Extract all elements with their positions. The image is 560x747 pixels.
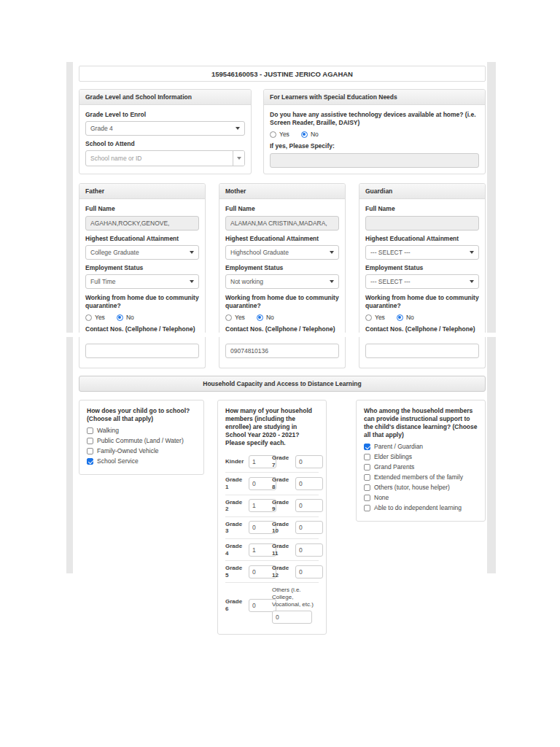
- support-option[interactable]: None: [364, 494, 478, 501]
- employment-select[interactable]: --- SELECT ---: [365, 274, 479, 289]
- grade-level-select[interactable]: Grade 4: [85, 121, 245, 136]
- transport-option-label: School Service: [97, 457, 139, 465]
- members-row: Kinder Grade 7: [225, 451, 319, 472]
- checkbox[interactable]: [87, 458, 93, 465]
- support-option[interactable]: Grand Parents: [364, 463, 478, 471]
- grade-label: Grade 3: [225, 521, 246, 535]
- wfh-no-radio[interactable]: [397, 314, 403, 321]
- assistive-yes-radio[interactable]: [270, 131, 276, 138]
- grade-level-value: Grade 4: [90, 125, 113, 132]
- others-label: Others (i.e. College, Vocational, etc.): [272, 587, 319, 608]
- parent-panel-bottom: [219, 337, 346, 368]
- chevron-down-icon: [470, 280, 474, 283]
- combobox-arrow[interactable]: [233, 151, 244, 166]
- checkbox[interactable]: [87, 427, 93, 434]
- checkbox[interactable]: [364, 505, 370, 511]
- grade-label: Grade 4: [225, 543, 246, 557]
- employment-value: --- SELECT ---: [370, 278, 411, 285]
- transport-option[interactable]: School Service: [87, 457, 196, 465]
- contact-label: Contact Nos. (Cellphone / Telephone): [85, 325, 199, 333]
- contact-input[interactable]: [225, 344, 339, 358]
- others-count-input[interactable]: [272, 611, 312, 624]
- grade-count-input[interactable]: [295, 477, 323, 490]
- grade-level-label: Grade Level to Enrol: [85, 111, 245, 118]
- employment-select[interactable]: Full Time: [85, 274, 199, 289]
- full-name-input[interactable]: [225, 216, 339, 231]
- parent-panels-row: Father Full Name Highest Educational Att…: [79, 183, 486, 333]
- education-select[interactable]: --- SELECT ---: [365, 245, 479, 260]
- full-name-label: Full Name: [85, 205, 199, 212]
- support-option-label: Others (tutor, house helper): [374, 484, 450, 491]
- members-row: Grade 4 Grade 11: [225, 538, 319, 560]
- support-option[interactable]: Extended members of the family: [364, 473, 478, 481]
- support-option[interactable]: Parent / Guardian: [364, 443, 478, 450]
- members-question: How many of your household members (incl…: [225, 407, 319, 447]
- transport-option-label: Family-Owned Vehicle: [97, 447, 159, 454]
- wfh-yes-radio[interactable]: [225, 314, 232, 321]
- household-section-header: Household Capacity and Access to Distanc…: [79, 376, 486, 392]
- checkbox[interactable]: [87, 448, 93, 454]
- support-option-label: Able to do independent learning: [374, 504, 462, 511]
- wfh-question: Working from home due to community quara…: [225, 294, 339, 310]
- wfh-no-radio[interactable]: [257, 314, 263, 321]
- transport-option[interactable]: Public Commute (Land / Water): [87, 437, 196, 444]
- chevron-down-icon: [330, 251, 334, 254]
- grade-count-input[interactable]: [295, 543, 323, 557]
- checkbox[interactable]: [364, 495, 370, 501]
- checkbox[interactable]: [364, 464, 370, 471]
- support-option[interactable]: Others (tutor, house helper): [364, 484, 478, 491]
- education-label: Highest Educational Attainment: [225, 235, 339, 242]
- checkbox[interactable]: [364, 474, 370, 481]
- parent-panel-title: Father: [79, 184, 205, 199]
- school-to-attend-label: School to Attend: [85, 140, 245, 147]
- grade-count-input[interactable]: [295, 455, 323, 468]
- members-row: Grade 1 Grade 8: [225, 472, 319, 494]
- grade-label: Grade 2: [225, 499, 246, 513]
- support-question: Who among the household members can prov…: [364, 407, 478, 439]
- employment-label: Employment Status: [225, 264, 339, 271]
- employment-select[interactable]: Not working: [225, 274, 339, 289]
- grade-count-input[interactable]: [295, 521, 323, 534]
- wfh-yes-radio[interactable]: [85, 314, 92, 321]
- learner-name-header: 159546160053 - JUSTINE JERICO AGAHAN: [79, 66, 486, 82]
- contact-input[interactable]: [85, 344, 199, 358]
- transport-options: Walking Public Commute (Land / Water) Fa…: [87, 427, 196, 465]
- wfh-yes-radio[interactable]: [365, 314, 372, 321]
- full-name-input[interactable]: [365, 216, 479, 231]
- wfh-yes-label: Yes: [235, 314, 245, 321]
- checkbox[interactable]: [364, 454, 370, 460]
- grade-count-input[interactable]: [295, 565, 323, 578]
- employment-value: Not working: [230, 278, 263, 285]
- contact-input[interactable]: [365, 344, 479, 358]
- transport-option[interactable]: Walking: [87, 427, 196, 434]
- checkbox[interactable]: [364, 444, 370, 450]
- grade-school-panel-title: Grade Level and School Information: [79, 90, 251, 105]
- members-row: Grade 3 Grade 10: [225, 516, 319, 538]
- education-select[interactable]: Highschool Graduate: [225, 245, 339, 260]
- chevron-down-icon: [190, 280, 194, 283]
- school-combobox[interactable]: School name or ID: [85, 150, 245, 166]
- support-option[interactable]: Elder Siblings: [364, 453, 478, 460]
- parent-panel: Guardian Full Name Highest Educational A…: [359, 183, 486, 333]
- assistive-no-radio[interactable]: [301, 131, 308, 138]
- transport-option-label: Public Commute (Land / Water): [97, 437, 184, 444]
- full-name-input[interactable]: [85, 216, 199, 231]
- transport-option[interactable]: Family-Owned Vehicle: [87, 447, 196, 454]
- assistive-yes-label: Yes: [279, 131, 289, 138]
- wfh-no-radio[interactable]: [117, 314, 123, 321]
- grade-label: Grade 6: [225, 598, 246, 612]
- education-select[interactable]: College Graduate: [85, 245, 199, 260]
- support-option[interactable]: Able to do independent learning: [364, 504, 478, 511]
- wfh-yes-label: Yes: [375, 314, 385, 321]
- special-needs-panel-title: For Learners with Special Education Need…: [264, 90, 485, 105]
- support-option-label: None: [374, 494, 389, 501]
- full-name-label: Full Name: [225, 205, 339, 212]
- grade-count-input[interactable]: [295, 499, 323, 512]
- grade-label: Grade 9: [272, 499, 292, 513]
- checkbox[interactable]: [87, 438, 93, 444]
- checkbox[interactable]: [364, 484, 370, 491]
- contact-label: Contact Nos. (Cellphone / Telephone): [365, 325, 479, 333]
- page-gutter-right: [487, 337, 496, 573]
- specify-input[interactable]: [270, 153, 479, 168]
- parent-panel: Mother Full Name Highest Educational Att…: [219, 183, 346, 333]
